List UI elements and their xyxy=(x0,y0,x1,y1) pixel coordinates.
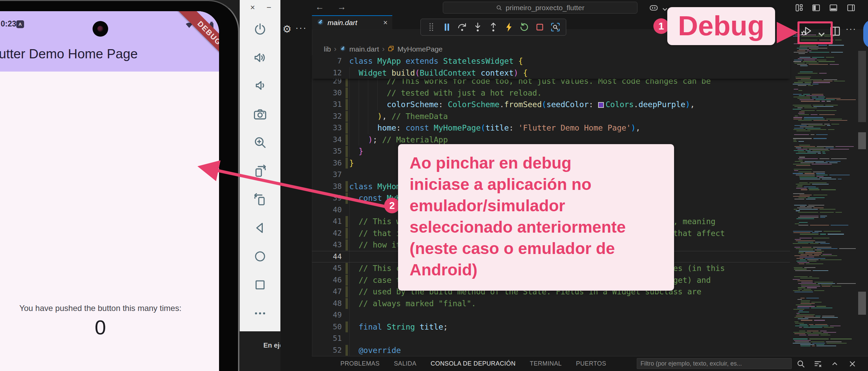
search-icon[interactable] xyxy=(796,359,806,369)
breadcrumb-lib[interactable]: lib xyxy=(324,45,331,53)
pause-icon[interactable] xyxy=(441,21,453,33)
more-icon[interactable]: ··· xyxy=(295,22,307,33)
counter-label: You have pushed the button this many tim… xyxy=(0,304,201,313)
code-line: 51 xyxy=(312,333,790,345)
gear-icon[interactable]: ⚙ xyxy=(282,23,292,35)
code-line: 49 xyxy=(312,309,790,321)
panel-tab[interactable]: PROBLEMAS xyxy=(340,360,380,367)
vscode-left-strip: ⚙ ··· xyxy=(280,0,312,371)
color-swatch xyxy=(598,102,604,108)
forward-arrow-icon[interactable]: → xyxy=(337,2,346,12)
bottom-panel: PROBLEMASSALIDACONSOLA DE DEPURACIÓNTERM… xyxy=(312,356,868,371)
status-bar-time: 0:23 xyxy=(1,19,16,28)
step-over-icon[interactable] xyxy=(456,21,468,33)
class-symbol-icon xyxy=(388,45,394,54)
power-icon[interactable] xyxy=(253,22,268,37)
toggle-secondary-sidebar-icon[interactable] xyxy=(846,3,856,13)
screenshot-icon[interactable] xyxy=(253,107,268,122)
screenshot-canvas: 0:23 A Flutter Demo Home Page DEBUG You … xyxy=(0,0,868,371)
breadcrumb-symbol[interactable]: MyHomePage xyxy=(397,45,442,53)
panel-tab[interactable]: TERMINAL xyxy=(530,360,562,367)
debug-annotation-label: Debug xyxy=(667,7,775,45)
customize-layout-icon[interactable] xyxy=(794,3,804,13)
toggle-panel-icon[interactable] xyxy=(829,3,838,13)
tab-close-icon[interactable]: × xyxy=(383,18,388,27)
widget-inspector-icon[interactable] xyxy=(550,21,561,33)
note-line: iniciase a aplicación no xyxy=(410,174,674,195)
step-2-badge: 2 xyxy=(384,198,400,213)
panel-tab[interactable]: PUERTOS xyxy=(576,360,606,367)
editor-tab-bar: main.dart × xyxy=(312,15,868,30)
note-line: seleccionado anteriormente xyxy=(410,216,674,238)
panel-tab[interactable]: SALIDA xyxy=(394,360,416,367)
copilot-icon[interactable] xyxy=(649,3,658,13)
panel-tabs: PROBLEMASSALIDACONSOLA DE DEPURACIÓNTERM… xyxy=(340,360,606,367)
close-icon[interactable] xyxy=(848,359,857,369)
adb-debug-icon: A xyxy=(16,20,24,28)
editor-scrollbar[interactable] xyxy=(857,31,867,355)
code-line: 33 home: const MyHomePage(title: 'Flutte… xyxy=(312,122,790,134)
rotate-right-icon[interactable] xyxy=(253,163,268,178)
code-line: 7class MyApp extends StatelessWidget { xyxy=(312,55,790,67)
step-out-icon[interactable] xyxy=(488,21,499,33)
chevron-up-icon[interactable] xyxy=(830,359,840,369)
search-icon xyxy=(496,4,502,11)
emulator-minimize-button[interactable]: − xyxy=(263,1,275,14)
clear-filter-icon[interactable] xyxy=(813,359,823,369)
step-into-icon[interactable] xyxy=(472,21,484,33)
hot-reload-icon[interactable] xyxy=(503,21,515,33)
search-label: primeiro_proxecto_flutter xyxy=(506,4,584,12)
debug-toolbar xyxy=(420,19,566,36)
overview-icon[interactable] xyxy=(253,277,268,292)
flutter-file-icon xyxy=(339,45,346,54)
emulator-toolbar: × − xyxy=(240,0,280,331)
breadcrumb-separator: › xyxy=(382,45,384,54)
grip-icon[interactable] xyxy=(426,21,437,33)
tab-main-dart[interactable]: main.dart × xyxy=(312,15,392,29)
vscode-title-bar: ← → primeiro_proxecto_flutter xyxy=(280,0,868,15)
console-filter-input[interactable] xyxy=(637,358,792,369)
toggle-sidebar-icon[interactable] xyxy=(811,3,821,13)
counter-value: 0 xyxy=(0,316,201,339)
more-icon[interactable] xyxy=(253,306,268,321)
flutter-app-bar: 0:23 A Flutter Demo Home Page DEBUG xyxy=(0,11,219,72)
zoom-icon[interactable] xyxy=(253,135,268,150)
note-line: Ao pinchar en debug xyxy=(410,152,674,174)
back-arrow-icon[interactable]: ← xyxy=(315,2,324,12)
breadcrumb[interactable]: lib › main.dart › MyHomePage xyxy=(324,43,442,55)
volume-up-icon[interactable] xyxy=(253,50,268,65)
app-bar-title: Flutter Demo Home Page xyxy=(0,46,138,61)
code-line: 50 final String title; xyxy=(312,321,790,333)
code-line: 34 ); // MaterialApp xyxy=(312,134,790,146)
sticky-scroll: 7class MyApp extends StatelessWidget {12… xyxy=(312,55,790,79)
code-line: 52 @override xyxy=(312,345,790,356)
counter-section: You have pushed the button this many tim… xyxy=(0,304,201,339)
scrollbar-marker xyxy=(858,292,866,315)
volume-down-icon[interactable] xyxy=(253,78,268,93)
restart-icon[interactable] xyxy=(518,21,530,33)
home-icon[interactable] xyxy=(253,249,268,264)
back-icon[interactable] xyxy=(253,220,268,235)
code-line: 12 Widget build(BuildContext context) { xyxy=(312,67,790,79)
rotate-left-icon[interactable] xyxy=(253,192,268,207)
note-line: emulador/simulador xyxy=(410,195,674,216)
code-line: 30 // tested with just a hot reload. xyxy=(312,87,790,99)
annotation-note-box: Ao pinchar en debuginiciase a aplicación… xyxy=(398,144,674,291)
note-line: Android) xyxy=(410,259,674,280)
panel-tab[interactable]: CONSOLA DE DEPURACIÓN xyxy=(431,360,515,367)
camera-lens xyxy=(97,26,103,32)
code-line: 31 colorScheme: ColorScheme.fromSeed(see… xyxy=(312,99,790,111)
breadcrumb-file[interactable]: main.dart xyxy=(349,45,379,53)
stop-icon[interactable] xyxy=(534,21,546,33)
command-center-search[interactable]: primeiro_proxecto_flutter xyxy=(443,2,637,14)
minimap[interactable] xyxy=(791,31,856,353)
code-line: 48 // always marked "final". xyxy=(312,298,790,310)
step-1-badge: 1 xyxy=(653,18,669,34)
emulator-close-button[interactable]: × xyxy=(246,1,259,14)
scrollbar-thumb[interactable] xyxy=(858,51,866,122)
tab-label: main.dart xyxy=(328,19,357,27)
flutter-file-icon xyxy=(317,18,324,27)
debug-banner: DEBUG xyxy=(178,11,219,65)
breadcrumb-separator: › xyxy=(334,45,336,54)
code-line: 32 ), // ThemeData xyxy=(312,111,790,122)
